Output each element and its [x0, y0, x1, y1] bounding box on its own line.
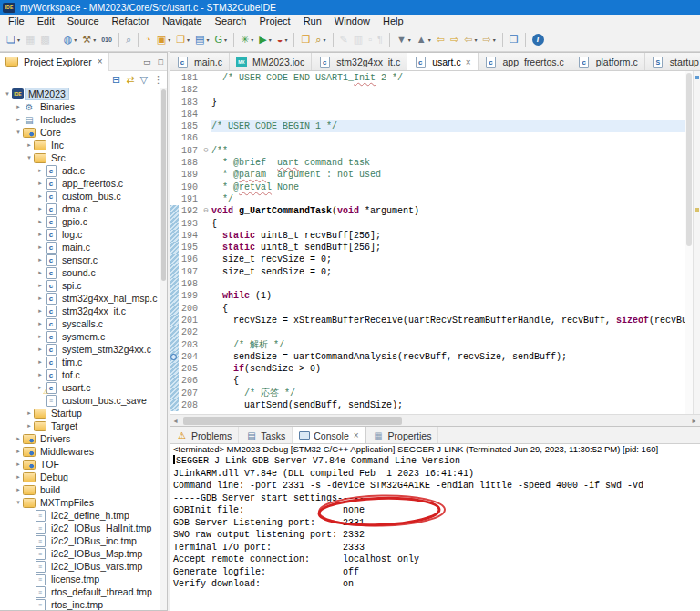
tree-item-tof[interactable]: ▸TOF [0, 458, 160, 471]
info-icon[interactable]: i [530, 31, 546, 49]
search-icon[interactable]: ⌕▾ [314, 31, 327, 49]
fold-minus-icon[interactable]: ⊖ [201, 145, 211, 157]
run-icon[interactable]: ▶▾ [257, 31, 273, 49]
tree-item-rtos-default-thread-tmp[interactable]: rtos_default_thread.tmp [0, 585, 160, 598]
project-explorer-tab[interactable]: Project Explorer × [0, 53, 109, 71]
overview-mark[interactable] [695, 208, 699, 212]
expand-arrow-icon[interactable]: ▸ [36, 180, 45, 187]
tree-item-log-c[interactable]: ▸log.c [0, 228, 160, 241]
overview-ruler[interactable] [693, 71, 700, 414]
expand-arrow-icon[interactable]: ▸ [36, 269, 45, 276]
expand-arrow-icon[interactable]: ▸ [25, 409, 34, 417]
console-output[interactable]: SEGGER J-Link GDB Server V7.84e Command … [170, 455, 700, 611]
tree-item-stm32g4xx-it-c[interactable]: ▸stm32g4xx_it.c [0, 305, 160, 317]
code-line-196[interactable]: 196 size_t recvSize = 0; [170, 254, 685, 265]
next-annotation-icon[interactable]: ▼▾ [395, 31, 413, 49]
menu-run[interactable]: Run [297, 15, 328, 28]
tab-app-freertos-c[interactable]: app_freertos.c [479, 53, 571, 71]
code-line-208[interactable]: 208 uartSend(sendBuff, sendSize); [170, 399, 685, 411]
code-line-197[interactable]: 197 size_t sendSize = 0; [170, 266, 685, 278]
code-line-193[interactable]: 193{ [170, 218, 685, 230]
expand-arrow-icon[interactable]: ▸ [14, 103, 23, 110]
tab-tasks[interactable]: Tasks [239, 427, 293, 444]
code-line-185[interactable]: 185/* USER CODE BEGIN 1 */ [170, 120, 685, 132]
tab-problems[interactable]: Problems [170, 427, 239, 444]
tree-item-tof-c[interactable]: ▸tof.c [0, 368, 160, 381]
minimize-view-icon[interactable]: ▭ [139, 57, 155, 67]
tree-item-usart-c[interactable]: ▸usart.c [0, 381, 160, 394]
tab-startup-stm32g4a[interactable]: startup_stm32g4a [645, 53, 700, 71]
open-perspective-icon[interactable]: ❒ [508, 31, 520, 49]
tree-item-startup[interactable]: ▸Startup [0, 407, 160, 419]
tree-item-core[interactable]: ▾Core [0, 126, 160, 139]
tree-item-build[interactable]: ▸build [0, 483, 160, 496]
code-line-189[interactable]: 189 * @param argument : not used [170, 169, 685, 181]
forward-icon[interactable]: ⇨▾ [480, 31, 497, 49]
tree-item-middlewares[interactable]: ▸Middlewares [0, 445, 160, 458]
tab-main-c[interactable]: main.c [170, 53, 230, 71]
open-folder-icon[interactable]: ❒ [299, 31, 312, 49]
next-edit-location-icon[interactable]: ⇨ [448, 31, 460, 49]
new-wizard-icon[interactable]: ❏▾ [5, 31, 22, 49]
scroll-right-icon[interactable]: ▸ [688, 417, 700, 425]
code-line-188[interactable]: 188 * @brief uart command task [170, 157, 685, 169]
collapse-arrow-icon[interactable]: ▾ [25, 154, 34, 161]
tree-item-app-freertos-c[interactable]: ▸app_freertos.c [0, 177, 160, 190]
browser-icon[interactable]: ◍▾ [62, 31, 79, 49]
tree-item-i2c2-iobus-halinit-tmp[interactable]: i2c2_IOBus_HalInit.tmp [0, 522, 160, 534]
tree-item-sound-c[interactable]: ▸sound.c [0, 266, 160, 279]
link-editor-icon[interactable]: ⇄ [126, 75, 134, 85]
tab-console[interactable]: Console× [293, 427, 365, 444]
code-line-190[interactable]: 190 * @retval None [170, 181, 685, 193]
tree-item-i2c2-define-h-tmp[interactable]: i2c2_define_h.tmp [0, 509, 160, 522]
expand-arrow-icon[interactable]: ▸ [36, 243, 45, 251]
expand-arrow-icon[interactable]: ▸ [14, 486, 23, 493]
expand-arrow-icon[interactable]: ▸ [36, 282, 45, 289]
search-file-icon[interactable]: ⌕ [124, 31, 133, 49]
tree-item-spi-c[interactable]: ▸spi.c [0, 279, 160, 292]
collapse-arrow-icon[interactable]: ▾ [14, 499, 23, 506]
tree-item-i2c2-iobus-vars-tmp[interactable]: i2c2_IOBus_vars.tmp [0, 560, 160, 573]
code-line-186[interactable]: 186 [170, 132, 685, 144]
maximize-view-icon[interactable]: □ [155, 57, 167, 67]
tree-item-src[interactable]: ▾Src [0, 151, 160, 164]
close-tab-icon[interactable]: × [466, 57, 471, 67]
code-line-194[interactable]: 194 static uint8_t recvBuff[256]; [170, 230, 685, 242]
tree-item-debug[interactable]: ▸Debug [0, 471, 160, 483]
tab-platform-c[interactable]: platform.c [571, 53, 645, 71]
tree-item-binaries[interactable]: ▸Binaries [0, 100, 160, 113]
tree-item-i2c2-iobus-msp-tmp[interactable]: i2c2_IOBus_Msp.tmp [0, 547, 160, 560]
tree-item-tim-c[interactable]: ▸tim.c [0, 356, 160, 368]
overview-mark[interactable] [695, 76, 699, 79]
hscroll-thumb[interactable] [183, 417, 402, 425]
expand-arrow-icon[interactable]: ▸ [36, 307, 45, 315]
filter-icon[interactable]: ▽ [140, 75, 148, 85]
build-icon[interactable]: ⚒▾ [80, 31, 98, 49]
code-line-183[interactable]: 183} [170, 97, 685, 109]
code-line-187[interactable]: 187⊖/** [170, 145, 685, 157]
last-edit-location-icon[interactable]: ⇦ [435, 31, 447, 49]
close-view-icon[interactable]: × [98, 57, 103, 67]
expand-arrow-icon[interactable]: ▸ [36, 205, 45, 212]
tree-item-gpio-c[interactable]: ▸gpio.c [0, 215, 160, 228]
code-line-192[interactable]: 192⊖void g_UartCommandTask(void *argumen… [170, 205, 685, 217]
fold-minus-icon[interactable]: ⊖ [201, 205, 211, 217]
code-line-181[interactable]: 181 /* USER CODE END USART1_Init 2 */ [170, 72, 685, 84]
expand-arrow-icon[interactable]: ▸ [36, 371, 45, 378]
tab-usart-c[interactable]: usart.c× [407, 53, 478, 71]
code-editor[interactable]: 181 /* USER CODE END USART1_Init 2 */182… [170, 71, 700, 414]
tree-item-adc-c[interactable]: ▸adc.c [0, 164, 160, 177]
menu-project[interactable]: Project [252, 15, 296, 28]
expand-arrow-icon[interactable]: ▸ [36, 358, 45, 366]
code-line-204[interactable]: 204 sendSize = uartCommandAnalysis(recvB… [170, 351, 685, 363]
menu-refactor[interactable]: Refactor [106, 15, 157, 28]
code-line-205[interactable]: 205 if(sendSize > 0) [170, 363, 685, 375]
menu-edit[interactable]: Edit [31, 15, 61, 28]
expand-arrow-icon[interactable]: ▸ [25, 422, 34, 430]
code-line-207[interactable]: 207 /* 応答 */ [170, 388, 685, 399]
expand-arrow-icon[interactable]: ▸ [36, 320, 45, 327]
code-line-202[interactable]: 202 [170, 326, 685, 338]
expand-arrow-icon[interactable]: ▸ [14, 461, 23, 468]
scroll-left-icon[interactable]: ◂ [170, 417, 181, 425]
menu-file[interactable]: File [2, 15, 31, 28]
